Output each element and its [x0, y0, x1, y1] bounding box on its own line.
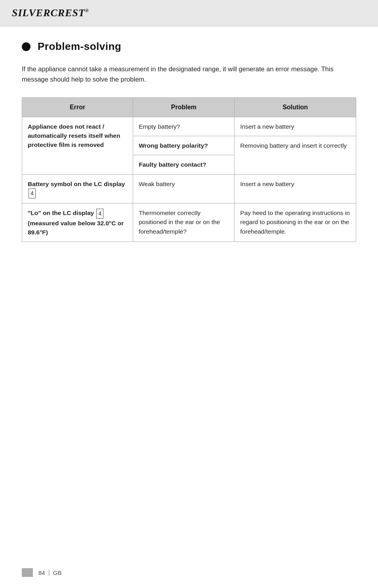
error-cell-3: "Lo" on the LC display 4(measured value …	[22, 204, 133, 242]
error-text-3: "Lo" on the LC display 4(measured value …	[28, 209, 124, 236]
brand-logo: SilverCrest®	[12, 7, 89, 19]
bullet-icon	[22, 42, 31, 51]
problem-cell-2-1: Weak battery	[133, 174, 235, 204]
solution-cell-3-1: Pay heed to the operating instructions i…	[235, 204, 356, 242]
intro-paragraph: If the appliance cannot take a measureme…	[22, 64, 356, 85]
solution-cell-2-1: Insert a new battery	[235, 174, 356, 204]
section-title: Problem-solving	[38, 40, 121, 53]
problem-cell-1-3: Faulty battery contact?	[133, 155, 235, 174]
display-badge-3: 4	[96, 209, 103, 219]
brand-name-text: SilverCrest	[12, 7, 85, 19]
problem-cell-3-1: Thermometer correctly positioned in the …	[133, 204, 235, 242]
problem-cell-1-2: Wrong battery polarity?	[133, 136, 235, 155]
display-badge-2: 4	[29, 188, 36, 198]
language-code: GB	[53, 569, 62, 576]
error-cell-1: Appliance does not react / automatically…	[22, 117, 133, 174]
section-title-row: Problem-solving	[22, 40, 356, 53]
error-text-1: Appliance does not react / automatically…	[28, 123, 120, 148]
solution-cell-1-1: Insert a new battery	[235, 117, 356, 136]
table-row: Appliance does not react / automatically…	[22, 117, 356, 136]
footer-bar	[22, 568, 33, 577]
page-header: SilverCrest®	[0, 0, 378, 27]
table-row: "Lo" on the LC display 4(measured value …	[22, 204, 356, 242]
col-header-solution: Solution	[235, 97, 356, 117]
table-header-row: Error Problem Solution	[22, 97, 356, 117]
main-content: Problem-solving If the appliance cannot …	[0, 27, 378, 274]
page-footer: 84 | GB	[0, 568, 378, 577]
page-number: 84	[38, 569, 45, 576]
table-row: Battery symbol on the LC display 4 Weak …	[22, 174, 356, 204]
problem-cell-1-1: Empty battery?	[133, 117, 235, 136]
problem-table: Error Problem Solution Appliance does no…	[22, 97, 356, 242]
error-cell-2: Battery symbol on the LC display 4	[22, 174, 133, 204]
footer-divider: |	[48, 569, 50, 576]
col-header-problem: Problem	[133, 97, 235, 117]
solution-cell-1-2: Removing battery and insert it correctly	[235, 136, 356, 175]
brand-registered: ®	[85, 8, 89, 13]
error-text-2: Battery symbol on the LC display 4	[28, 181, 125, 196]
col-header-error: Error	[22, 97, 133, 117]
